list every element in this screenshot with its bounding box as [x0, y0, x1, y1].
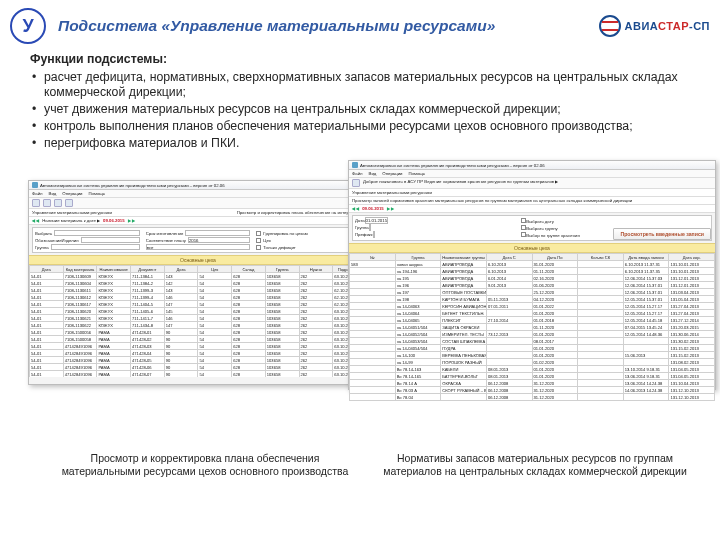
- filter-deficit-chk[interactable]: Только дефицит: [256, 244, 361, 250]
- win-title-text: Автоматизированная система управления пр…: [40, 183, 225, 188]
- menu-item[interactable]: Помощь: [88, 191, 105, 196]
- functions-list: расчет дефицита, нормативных, сверхнорма…: [30, 70, 690, 152]
- university-logo: У: [10, 8, 46, 44]
- filter-group[interactable]: Группа: [35, 244, 140, 250]
- section-band: Основные цеха: [29, 255, 367, 265]
- pane-breadcrumb: Управление материальными ресурсами: [349, 189, 715, 197]
- filter-shop-chk[interactable]: Цех: [256, 237, 361, 243]
- menu-item[interactable]: Вид: [49, 191, 57, 196]
- filter-date[interactable]: Дата01.01.2015: [355, 218, 511, 224]
- screenshot-right-window: Автоматизированная система управления пр…: [348, 160, 716, 390]
- date-prev-icon[interactable]: ◀ ◀: [32, 218, 39, 223]
- header-bar: У Подсистема «Управление материальными р…: [0, 0, 720, 48]
- page-title: Подсистема «Управление материальными рес…: [58, 17, 599, 35]
- date-value: 09.06.2015: [362, 206, 384, 211]
- toolbar-icon[interactable]: [65, 199, 73, 207]
- menu-item[interactable]: Файл: [352, 171, 363, 176]
- filter-group-chk[interactable]: Группировка по цехам: [256, 230, 361, 236]
- aviastar-logo-text: АВИАСТАР-СП: [625, 20, 710, 32]
- section-band: Основные цеха: [349, 243, 715, 253]
- table-wrapper: ДатаКод материалаНаименованиеДокументДат…: [29, 265, 367, 377]
- functions-item: расчет дефицита, нормативных, сверхнорма…: [32, 70, 690, 101]
- menu-item[interactable]: Помощь: [408, 171, 425, 176]
- tool-bar: Доброе пожаловать в АСУ ПР Ведение норма…: [349, 178, 715, 189]
- date-navigator[interactable]: ◀ ◀ 09.06.2015 ▶ ▶: [349, 205, 715, 213]
- screenshots-area: Автоматизированная система управления пр…: [28, 160, 710, 450]
- pane-breadcrumb: Управление материальными ресурсами Просм…: [29, 209, 367, 217]
- filter-all[interactable]: все: [146, 244, 251, 250]
- functions-heading: Функции подсистемы:: [30, 52, 690, 68]
- tool-bar: [29, 198, 367, 209]
- filter-group[interactable]: Группа: [355, 225, 511, 231]
- filter-product[interactable]: Срок изготовления: [146, 230, 251, 236]
- date-navigator[interactable]: ◀ ◀ Наличие материала к дате ▶ 09.06.201…: [29, 217, 367, 225]
- filter-product2[interactable]: ОбозначениеИзделия: [35, 237, 140, 243]
- menu-item[interactable]: Вид: [369, 171, 377, 176]
- captions-row: Просмотр и корректировка плана обеспечен…: [50, 452, 690, 478]
- pane-breadcrumb: Просмотр записей нормативов хранения мат…: [349, 197, 715, 205]
- toolbar-icon[interactable]: [32, 199, 40, 207]
- menu-bar[interactable]: Файл Вид Операции Помощь: [349, 170, 715, 178]
- view-records-button[interactable]: Просмотреть введенные записи: [613, 228, 711, 240]
- win-title-text: Автоматизированная система управления пр…: [360, 163, 545, 168]
- date-label: Наличие материала к дате ▶: [42, 218, 100, 223]
- data-table[interactable]: №ГруппаНаименование группыДата СДата ПоК…: [349, 253, 715, 401]
- toolbar-icon[interactable]: [54, 199, 62, 207]
- caption-right: Нормативы запасов материальных ресурсов …: [380, 452, 690, 478]
- win-title-bar: Автоматизированная система управления пр…: [349, 161, 715, 170]
- toolbar-hint: Доброе пожаловать в АСУ ПР Ведение норма…: [363, 179, 558, 187]
- date-value: 09.06.2015: [103, 218, 125, 223]
- menu-item[interactable]: Операции: [62, 191, 82, 196]
- table-wrapper: №ГруппаНаименование группыДата СДата ПоК…: [349, 253, 715, 403]
- university-logo-letter: У: [22, 16, 33, 37]
- date-prev-icon[interactable]: ◀ ◀: [352, 206, 359, 211]
- functions-item: перегрифовка материалов и ПКИ.: [32, 136, 690, 152]
- chk-select-date[interactable]: Выбрать дату: [521, 218, 709, 224]
- toolbar-icon[interactable]: [43, 199, 51, 207]
- filter-prefix[interactable]: Префикс: [355, 232, 511, 238]
- screenshot-left-window: Автоматизированная система управления пр…: [28, 180, 368, 385]
- functions-block: Функции подсистемы: расчет дефицита, нор…: [0, 48, 720, 158]
- toolbar-icon[interactable]: [352, 179, 360, 187]
- menu-item[interactable]: Операции: [382, 171, 402, 176]
- filter-panel: Выбрать Срок изготовления Группировка по…: [32, 227, 364, 253]
- date-next-icon[interactable]: ▶ ▶: [128, 218, 135, 223]
- functions-item: учет движения материальных ресурсов на ц…: [32, 102, 690, 118]
- filter-plan[interactable]: Соответствие плану2016: [146, 237, 251, 243]
- date-next-icon[interactable]: ▶ ▶: [387, 206, 394, 211]
- aviastar-logo: АВИАСТАР-СП: [599, 15, 710, 37]
- menu-bar[interactable]: Файл Вид Операции Помощь: [29, 190, 367, 198]
- data-table[interactable]: ДатаКод материалаНаименованиеДокументДат…: [29, 265, 367, 377]
- app-icon: [352, 162, 358, 168]
- aviastar-logo-icon: [599, 15, 621, 37]
- win-title-bar: Автоматизированная система управления пр…: [29, 181, 367, 190]
- menu-item[interactable]: Файл: [32, 191, 43, 196]
- app-icon: [32, 182, 38, 188]
- functions-item: контроль выполнения планов обеспечения м…: [32, 119, 690, 135]
- filter-select[interactable]: Выбрать: [35, 230, 140, 236]
- caption-left: Просмотр и корректировка плана обеспечен…: [50, 452, 360, 478]
